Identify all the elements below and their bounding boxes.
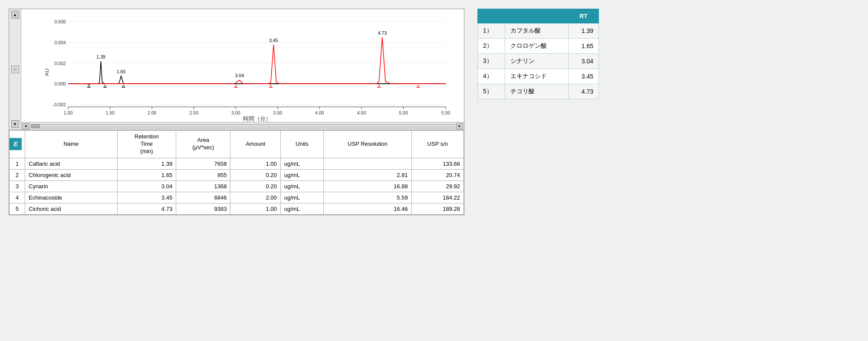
row-retention-time: 3.45: [117, 192, 176, 203]
ref-row-rt: 1.65: [568, 39, 598, 54]
x-tick-350: 3.50: [273, 110, 283, 115]
zoom-square-button[interactable]: □: [11, 66, 19, 73]
ref-table-header-empty: [478, 9, 569, 23]
ref-table-body: 1） カフタル酸 1.39 2） クロロゲン酸 1.65 3） シナリン 3.0…: [478, 23, 599, 99]
ref-row-name: チコリ酸: [505, 84, 568, 99]
right-panel: RT 1） カフタル酸 1.39 2） クロロゲン酸 1.65 3） シナリン …: [477, 9, 599, 99]
row-usp-resolution: 2.81: [324, 169, 412, 180]
table-row: 5 Cichoric acid 4.73 9383 1.00 ug/mL 16.…: [10, 203, 464, 214]
scroll-right-button[interactable]: ►: [456, 123, 463, 129]
row-index: 4: [10, 192, 25, 203]
row-usp-sn: 29.92: [411, 180, 464, 192]
row-name: Echinacoside: [25, 192, 118, 203]
row-usp-resolution: [324, 158, 412, 169]
triangle-r1: [234, 85, 237, 87]
ref-table-header-row: RT: [478, 9, 599, 23]
red-trace: [68, 37, 446, 84]
table-header-usp-sn: USP s/n: [411, 131, 464, 158]
y-tick-000: 0.000: [54, 81, 66, 86]
x-tick-550: 5.50: [441, 110, 450, 115]
y-tick-002: 0.002: [54, 61, 66, 66]
ref-table-row: 2） クロロゲン酸 1.65: [478, 39, 599, 54]
x-tick-450: 4.50: [357, 110, 366, 115]
table-header-usp-resolution: USP Resolution: [324, 131, 412, 158]
ref-row-rt: 3.04: [568, 54, 598, 69]
table-icon: E: [10, 138, 22, 150]
triangle-3: [122, 85, 125, 87]
x-tick-300: 3.00: [231, 110, 240, 115]
row-usp-resolution: 5.59: [324, 192, 412, 203]
peak-label-304: 3.04: [235, 73, 244, 78]
x-tick-500: 5.00: [399, 110, 408, 115]
row-usp-resolution: 16.88: [324, 180, 412, 192]
row-retention-time: 1.65: [117, 169, 176, 180]
row-area: 1368: [176, 180, 230, 192]
row-name: Chlorogenic acid: [25, 169, 118, 180]
scroll-track[interactable]: [30, 124, 455, 128]
triangle-r4: [417, 85, 419, 87]
ref-row-index: 5）: [478, 84, 505, 99]
triangle-r3: [378, 85, 380, 87]
table-header-units: Units: [280, 131, 323, 158]
scroll-left-button[interactable]: ◄: [22, 123, 29, 129]
ref-row-rt: 1.39: [568, 23, 598, 39]
ref-table-row: 1） カフタル酸 1.39: [478, 23, 599, 39]
reference-table: RT 1） カフタル酸 1.39 2） クロロゲン酸 1.65 3） シナリン …: [477, 9, 599, 99]
row-retention-time: 4.73: [117, 203, 176, 214]
chromatogram-svg: AU 0.006 0.004 0.002 0.000 -0.002: [45, 13, 460, 122]
row-area: 6846: [176, 192, 230, 203]
peak-label-139: 1.39: [96, 54, 105, 59]
row-index: 5: [10, 203, 25, 214]
triangle-r2: [270, 85, 272, 87]
ref-table-header-rt: RT: [568, 9, 598, 23]
row-name: Caftaric acid: [25, 158, 118, 169]
chart-plot: AU 0.006 0.004 0.002 0.000 -0.002: [21, 9, 464, 122]
row-usp-sn: 189.28: [411, 203, 464, 214]
peak-label-345: 3.45: [269, 38, 278, 43]
y-tick-006: 0.006: [54, 19, 66, 24]
row-index: 2: [10, 169, 25, 180]
row-name: Cynarin: [25, 180, 118, 192]
table-header-area: Area(μV*sec): [176, 131, 230, 158]
row-units: ug/mL: [280, 169, 323, 180]
row-area: 7658: [176, 158, 230, 169]
y-axis-controls: ▲ □ ▼: [9, 9, 21, 130]
zoom-down-button[interactable]: ▼: [11, 120, 19, 128]
ref-row-name: シナリン: [505, 54, 568, 69]
x-axis-label: 時間（分）: [243, 115, 271, 122]
row-usp-sn: 184.22: [411, 192, 464, 203]
ref-row-name: エキナコシド: [505, 69, 568, 84]
chart-container: ▲ □ ▼ AU 0.006 0.004 0.002: [9, 9, 464, 130]
row-index: 1: [10, 158, 25, 169]
chart-main: AU 0.006 0.004 0.002 0.000 -0.002: [21, 9, 464, 130]
scroll-thumb[interactable]: [31, 125, 40, 128]
row-area: 9383: [176, 203, 230, 214]
row-units: ug/mL: [280, 158, 323, 169]
row-amount: 1.00: [230, 158, 280, 169]
x-tick-400: 4.00: [315, 110, 324, 115]
y-tick-004: 0.004: [54, 40, 66, 45]
table-row: 4 Echinacoside 3.45 6846 2.00 ug/mL 5.59…: [10, 192, 464, 203]
peak-label-165: 1.65: [117, 69, 126, 74]
peak-label-473: 4.73: [378, 30, 387, 36]
ref-row-index: 3）: [478, 54, 505, 69]
ref-row-index: 1）: [478, 23, 505, 39]
row-units: ug/mL: [280, 180, 323, 192]
row-name: Cichoric acid: [25, 203, 118, 214]
row-usp-resolution: 16.46: [324, 203, 412, 214]
row-amount: 0.20: [230, 169, 280, 180]
zoom-up-button[interactable]: ▲: [11, 11, 19, 19]
ref-row-name: クロロゲン酸: [505, 39, 568, 54]
ref-table-row: 5） チコリ酸 4.73: [478, 84, 599, 99]
table-row: 2 Chlorogenic acid 1.65 955 0.20 ug/mL 2…: [10, 169, 464, 180]
table-header-amount: Amount: [230, 131, 280, 158]
data-table: E Name RetentionTime(min) Area(μV*sec) A…: [9, 130, 464, 215]
triangle-1: [88, 85, 90, 87]
triangle-2: [104, 85, 106, 87]
table-header-name: Name: [25, 131, 118, 158]
ref-row-index: 2）: [478, 39, 505, 54]
data-table-container: E Name RetentionTime(min) Area(μV*sec) A…: [9, 130, 464, 215]
ref-row-index: 4）: [478, 69, 505, 84]
row-amount: 0.20: [230, 180, 280, 192]
table-body: 1 Caftaric acid 1.39 7658 1.00 ug/mL 133…: [10, 158, 464, 214]
